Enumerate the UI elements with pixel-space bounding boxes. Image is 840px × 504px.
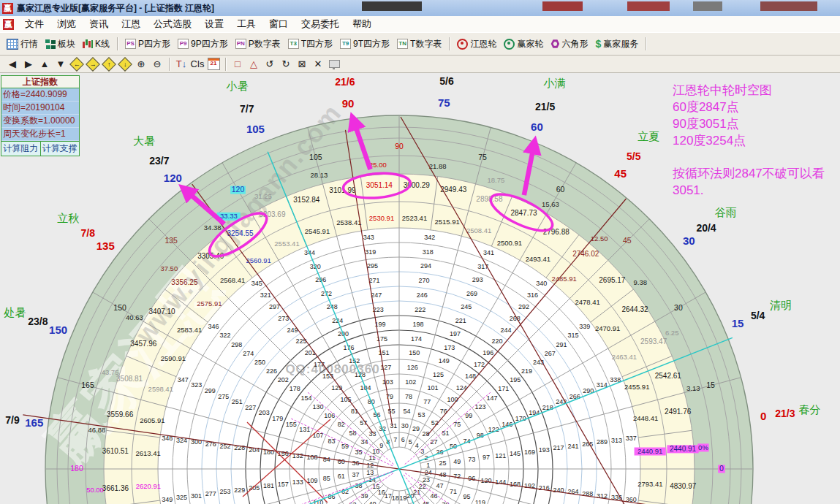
next-button[interactable]: ▶ — [21, 57, 36, 72]
svg-text:45: 45 — [614, 167, 627, 180]
triangle-tool-button[interactable]: △ — [246, 57, 261, 72]
dollar-icon: $ — [595, 38, 601, 50]
pan-down-button[interactable]: ↓ — [118, 57, 132, 72]
svg-text:169: 169 — [524, 448, 535, 456]
calc-resistance-button[interactable]: 计算阻力 — [1, 141, 40, 156]
svg-text:50.00: 50.00 — [86, 486, 104, 494]
svg-text:3610.51: 3610.51 — [102, 447, 129, 455]
svg-text:9: 9 — [379, 442, 383, 449]
svg-text:203: 203 — [259, 409, 270, 416]
kline-icon — [83, 39, 93, 49]
svg-text:132: 132 — [292, 452, 303, 459]
svg-text:31.25: 31.25 — [254, 192, 272, 200]
annotation-line-1: 60度2847点 — [673, 99, 840, 115]
toolbar-button-江恩轮[interactable]: 江恩轮 — [457, 38, 496, 50]
svg-text:2613.41: 2613.41 — [135, 449, 160, 457]
zoom-in-button[interactable]: ⊕ — [134, 57, 148, 72]
svg-text:85: 85 — [323, 475, 330, 482]
zoom-out-button[interactable]: ⊖ — [150, 57, 164, 72]
svg-text:173: 173 — [444, 344, 455, 351]
menu-item-窗口[interactable]: 窗口 — [262, 18, 295, 31]
calc-support-button[interactable]: 计算支撑 — [40, 141, 80, 156]
svg-text:47: 47 — [436, 482, 443, 489]
pointer-down-button[interactable]: ▼ — [53, 57, 68, 72]
svg-text:2440.91: 2440.91 — [637, 447, 662, 455]
svg-text:4: 4 — [415, 442, 419, 449]
svg-text:181: 181 — [263, 482, 274, 489]
svg-text:289: 289 — [597, 438, 608, 446]
clear-box-button[interactable]: ⊠ — [295, 57, 309, 72]
svg-text:21/6: 21/6 — [335, 76, 355, 88]
toolbar-button-六角形[interactable]: 六角形 — [550, 38, 588, 50]
toolbar-button-T数字表[interactable]: TNT数字表 — [397, 38, 442, 50]
svg-text:3: 3 — [420, 448, 424, 455]
svg-text:195: 195 — [510, 376, 521, 383]
toolbar-button-9P四方形[interactable]: P99P四方形 — [178, 38, 228, 50]
toolbar-button-label: 赢家轮 — [517, 38, 543, 50]
ring-green-icon — [504, 39, 515, 50]
toolbar-button-赢家轮[interactable]: 赢家轮 — [504, 38, 543, 50]
converge-button[interactable]: ✕ — [311, 57, 325, 72]
pan-up-button[interactable]: ↑ — [102, 57, 116, 72]
svg-text:40: 40 — [368, 500, 376, 504]
t-down-button[interactable]: T↓ — [174, 57, 189, 72]
svg-text:293: 293 — [472, 276, 483, 283]
info-row-3: 周天变化步长=1 — [1, 128, 79, 141]
svg-text:45: 45 — [623, 236, 632, 245]
screen-button[interactable] — [327, 57, 341, 72]
app-icon: 赢 — [2, 3, 13, 14]
svg-text:84: 84 — [323, 456, 330, 463]
svg-text:5: 5 — [409, 438, 412, 446]
svg-text:25: 25 — [439, 459, 446, 467]
svg-text:220: 220 — [491, 337, 502, 345]
svg-text:131: 131 — [299, 426, 310, 433]
pan-right-button[interactable]: → — [86, 57, 100, 72]
toolbar-button-P四方形[interactable]: PSP四方形 — [125, 38, 170, 50]
menu-item-公式选股[interactable]: 公式选股 — [147, 18, 198, 31]
square-tool-button[interactable]: □ — [230, 57, 245, 72]
svg-text:2523.41: 2523.41 — [402, 214, 427, 222]
toolbar-button-9T四方形[interactable]: T99T四方形 — [340, 38, 390, 50]
calendar-button[interactable]: 21 — [206, 57, 221, 72]
toolbar-button-板块[interactable]: 板块 — [45, 38, 75, 50]
menu-item-帮助[interactable]: 帮助 — [346, 18, 378, 31]
menu-item-工具[interactable]: 工具 — [230, 18, 262, 31]
svg-text:18.75: 18.75 — [487, 176, 504, 184]
menu-item-文件[interactable]: 文件 — [18, 18, 50, 31]
svg-text:5/6: 5/6 — [439, 75, 454, 87]
menu-item-交易委托[interactable]: 交易委托 — [295, 18, 346, 31]
toolbar-button-P数字表[interactable]: PNP数字表 — [235, 38, 281, 50]
toolbar-button-K线[interactable]: K线 — [83, 38, 110, 50]
menu-bar: 赢 文件浏览资讯江恩公式选股设置工具窗口交易委托帮助 — [0, 16, 840, 33]
svg-text:2793.41: 2793.41 — [637, 480, 662, 488]
cls-button[interactable]: Cls — [190, 57, 205, 72]
rotate-ccw-button[interactable]: ↺ — [262, 57, 277, 72]
svg-text:2440.91: 2440.91 — [670, 445, 697, 453]
menu-item-江恩[interactable]: 江恩 — [115, 18, 147, 31]
menu-item-设置[interactable]: 设置 — [198, 18, 230, 31]
toolbar-button-label: 9P四方形 — [191, 38, 228, 50]
calendar-icon: 21 — [208, 58, 220, 70]
svg-text:241: 241 — [567, 443, 578, 450]
svg-text:135: 135 — [164, 236, 178, 245]
menu-item-资讯[interactable]: 资讯 — [83, 18, 115, 31]
toolbar-button-赢家服务[interactable]: $赢家服务 — [595, 38, 638, 50]
prev-button[interactable]: ◀ — [5, 57, 20, 72]
letter-icon: PN — [235, 39, 246, 49]
svg-text:298: 298 — [231, 341, 242, 348]
svg-text:谷雨: 谷雨 — [715, 206, 737, 218]
toolbar-separator — [169, 58, 170, 71]
toolbar-button-label: 六角形 — [561, 38, 588, 50]
menu-items: 文件浏览资讯江恩公式选股设置工具窗口交易委托帮助 — [18, 18, 378, 31]
toolbar-button-T四方形[interactable]: T3T四方形 — [288, 38, 333, 50]
svg-text:29: 29 — [412, 425, 420, 432]
rotate-cw-button[interactable]: ↻ — [279, 57, 293, 72]
pointer-up-button[interactable]: ▲ — [37, 57, 52, 72]
toolbar-button-行情[interactable]: 行情 — [7, 38, 38, 50]
svg-text:54: 54 — [403, 408, 410, 415]
pan-left-button[interactable]: ← — [69, 57, 84, 72]
menu-item-浏览[interactable]: 浏览 — [50, 18, 83, 31]
svg-text:316: 316 — [527, 291, 538, 299]
title-bar[interactable]: 赢 赢家江恩专业版[赢家服务平台] - [上证指数 江恩轮] — [0, 0, 840, 17]
svg-text:253: 253 — [220, 488, 231, 495]
